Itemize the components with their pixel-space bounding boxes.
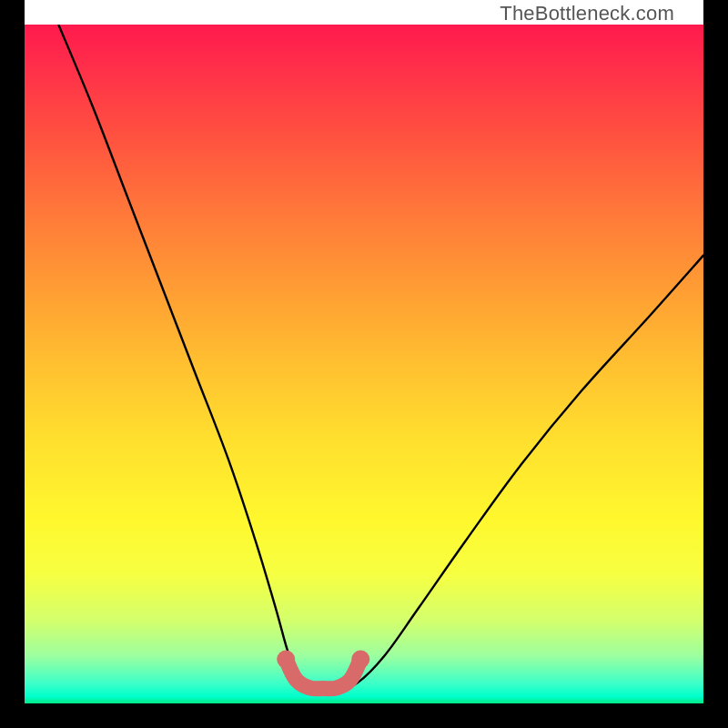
minimum-zone-highlight [286,660,360,689]
chart-overlay [25,25,703,703]
bottleneck-curve-line [58,25,703,691]
minimum-zone-endpoint [277,651,295,669]
watermark-bar: TheBottleneck.com [25,0,703,25]
minimum-zone-dots [277,651,369,669]
watermark-text: TheBottleneck.com [500,2,674,25]
bottleneck-chart [25,25,703,703]
minimum-zone-endpoint [351,651,369,669]
